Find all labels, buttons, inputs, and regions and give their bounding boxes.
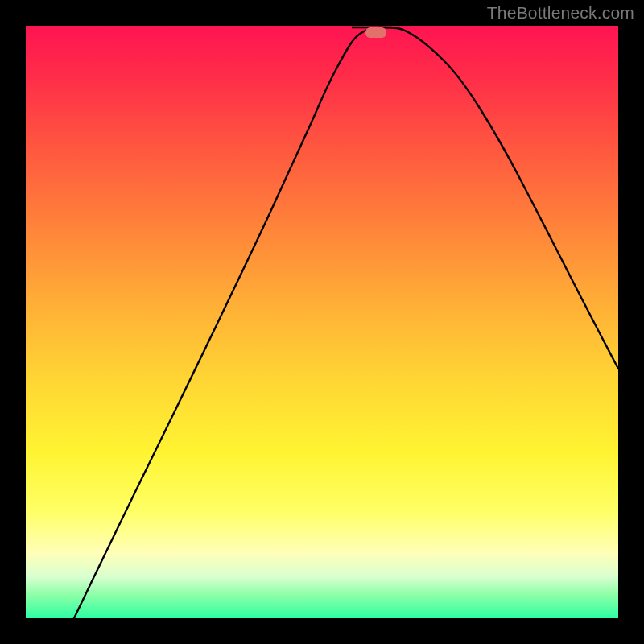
bottleneck-curve bbox=[74, 27, 618, 618]
curve-svg bbox=[26, 26, 618, 618]
watermark-text: TheBottleneck.com bbox=[487, 3, 634, 23]
chart-frame: TheBottleneck.com bbox=[0, 0, 644, 644]
plot-area bbox=[26, 26, 618, 618]
optimum-marker bbox=[365, 27, 386, 38]
